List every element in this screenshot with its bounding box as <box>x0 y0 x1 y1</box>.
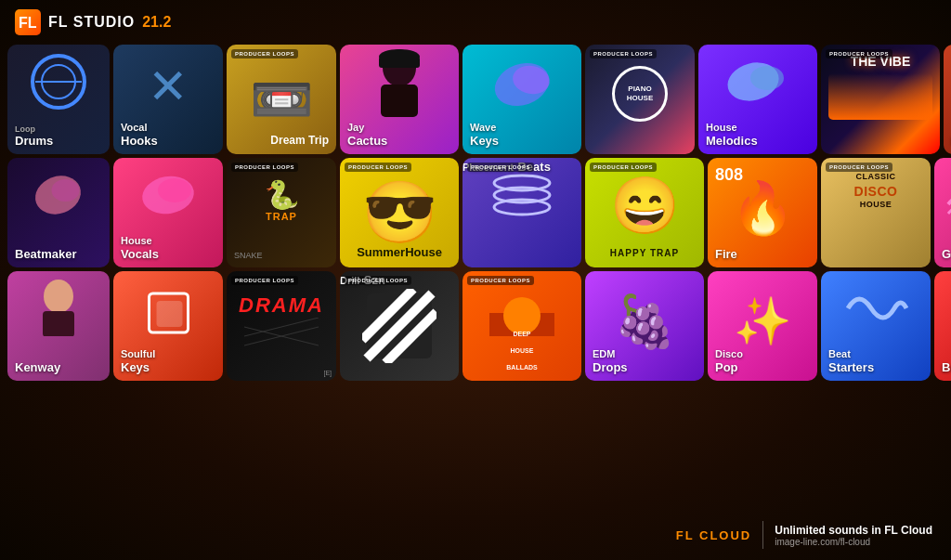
beat-starters-wave <box>843 280 908 336</box>
producer-badge: PRODUCER LOOPS <box>231 49 298 59</box>
drops-label: Drops <box>593 360 697 375</box>
card-pop-g[interactable]: Pop G <box>934 158 951 267</box>
drill-stripes <box>362 289 436 363</box>
disco-label: Disco <box>715 348 810 360</box>
pop-waves <box>944 186 951 223</box>
vibe-city <box>828 73 932 120</box>
card-placement-beats[interactable]: PRODUCER LOOPS Placement Beats <box>462 158 581 267</box>
footer-tagline: Unlimited sounds in FL Cloud <box>775 524 932 537</box>
svg-point-20 <box>44 280 73 313</box>
svg-rect-8 <box>379 57 420 68</box>
producer-badge-2: PRODUCER LOOPS <box>590 49 657 59</box>
tape-icon: 📼 <box>250 70 314 130</box>
producer-badge-10: PRODUCER LOOPS <box>345 276 411 285</box>
producer-badge-6: PRODUCER LOOPS <box>467 163 534 172</box>
melodics-label: Melodics <box>706 134 810 149</box>
vocals-label: Vocals <box>121 247 215 262</box>
packs-grid: Loop Drums ✕ Vocal Hooks PRODUCER LOOPS … <box>0 45 951 381</box>
jay-label: Jay <box>347 122 451 134</box>
producer-badge-11: PRODUCER LOOPS <box>467 276 534 285</box>
loop-label: Loop <box>15 124 102 135</box>
card-disco-pop[interactable]: ✨ Disco Pop <box>708 271 817 381</box>
fire-label: Fire <box>715 247 810 262</box>
drums-label: Drums <box>15 134 102 149</box>
tape-sublabel: Dream Trip <box>270 134 329 147</box>
house-vocals-blob <box>136 167 201 223</box>
springs-icon <box>489 169 554 225</box>
card-drill-szn[interactable]: PRODUCER LOOPS Drill Szn <box>340 271 459 381</box>
svg-point-14 <box>52 179 80 202</box>
card-loop-drums[interactable]: Loop Drums <box>7 45 110 154</box>
card-cactus-jay[interactable]: Jay Cactus <box>340 45 459 154</box>
loop-drums-icon <box>26 49 91 114</box>
header: FL FL STUDIO 21.2 <box>0 0 951 45</box>
kenway-label: Kenway <box>15 360 102 375</box>
disco-pop-label: Pop <box>715 360 810 375</box>
producer-badge-7: PRODUCER LOOPS <box>590 163 657 172</box>
producer-badge-9: PRODUCER LOOPS <box>231 276 298 285</box>
card-piano-house[interactable]: PRODUCER LOOPS PIANOHOUSE <box>585 45 695 154</box>
piano-circle: PIANOHOUSE <box>612 66 668 122</box>
classic-house-text: CLASSICDISCOHOUSE <box>829 172 922 211</box>
house-label: House <box>706 122 810 134</box>
wave-keys-blob <box>485 52 559 117</box>
card-808-fire[interactable]: 808 🔥 Fire <box>708 158 817 267</box>
producer-badge-4: PRODUCER LOOPS <box>231 163 298 172</box>
svg-rect-23 <box>157 301 183 327</box>
fl-logo: FL FL STUDIO 21.2 <box>15 9 171 35</box>
fl-cloud-brand: FL CLOUD <box>676 528 751 542</box>
card-deep-house[interactable]: PRODUCER LOOPS DEEPHOUSEBALLADS <box>462 271 581 381</box>
svg-point-12 <box>750 66 784 90</box>
card-edm-drops[interactable]: 🍇 EDM Drops <box>585 271 704 381</box>
card-happy-trap[interactable]: PRODUCER LOOPS 😄 HAPPY TRAP <box>585 158 704 267</box>
app-version: 21.2 <box>142 14 171 31</box>
card-house-melodics[interactable]: House Melodics <box>698 45 817 154</box>
disco-stars: ✨ <box>734 294 791 348</box>
house-melodics-blob <box>721 52 795 112</box>
card-wave-keys[interactable]: Wave Keys <box>462 45 581 154</box>
app-name: FL STUDIO <box>48 14 135 31</box>
card-kenway[interactable]: Kenway <box>7 271 110 381</box>
happy-trap-label: HAPPY TRAP <box>610 248 679 258</box>
card-house-vocals[interactable]: House Vocals <box>113 158 223 267</box>
vocal-label: Vocal <box>121 122 215 134</box>
snake-sublabel: SNAKE <box>234 251 263 260</box>
sunglasses-icon: 😎 <box>362 177 437 248</box>
card-emotion[interactable]: 🧊 Emoti <box>944 45 951 154</box>
svg-rect-6 <box>381 85 418 117</box>
card-classic-house[interactable]: PRODUCER LOOPS CLASSICDISCOHOUSE <box>821 158 931 267</box>
svg-rect-21 <box>43 311 74 336</box>
fl-logo-icon: FL <box>15 9 41 35</box>
edm-label: EDM <box>593 348 697 360</box>
snake-trap-art: 🐍 TRAP <box>265 178 299 222</box>
producer-badge-8: PRODUCER LOOPS <box>826 163 892 172</box>
footer-info: Unlimited sounds in FL Cloud image-line.… <box>775 524 932 547</box>
deep-house-label: DEEPHOUSEBALLADS <box>506 331 537 371</box>
card-vocal-hooks[interactable]: ✕ Vocal Hooks <box>113 45 223 154</box>
card-the-vibe[interactable]: PRODUCER LOOPS THE VIBE <box>821 45 940 154</box>
card-snake-trap[interactable]: PRODUCER LOOPS 🐍 TRAP SNAKE <box>227 158 336 267</box>
happy-trap-smiley: 😄 <box>610 173 680 239</box>
producer-badge-5: PRODUCER LOOPS <box>345 163 411 172</box>
card-soulful-keys[interactable]: Soulful Keys <box>113 271 223 381</box>
card-beatmaker[interactable]: Beatmaker <box>7 158 110 267</box>
edm-grapes: 🍇 <box>613 292 677 352</box>
starters-label: Starters <box>828 360 923 375</box>
fire-icon: 🔥 <box>731 178 795 239</box>
card-drama[interactable]: PRODUCER LOOPS DRAMA [E] <box>227 271 336 381</box>
hooks-label: Hooks <box>121 134 215 149</box>
row-2: Beatmaker House Vocals PRODUCER LOOPS 🐍 … <box>7 158 944 267</box>
drama-art: DRAMA <box>239 293 324 358</box>
footer-url: image-line.com/fl-cloud <box>775 537 932 547</box>
card-hooks-tape[interactable]: PRODUCER LOOPS 📼 Dream Trip <box>227 45 336 154</box>
card-summerhouse[interactable]: PRODUCER LOOPS 😎 SummerHouse <box>340 158 459 267</box>
card-beat-starters[interactable]: Beat Starters <box>821 271 931 381</box>
card-beat-last[interactable]: 🎵 Beat <box>934 271 951 381</box>
beatmaker-blob <box>29 167 89 223</box>
house-vocals-top: House <box>121 235 215 247</box>
cactus-label: Cactus <box>347 134 451 149</box>
kenway-person <box>26 276 91 336</box>
soulful-cube <box>138 282 199 338</box>
row-1: Loop Drums ✕ Vocal Hooks PRODUCER LOOPS … <box>7 45 944 154</box>
row-3: Kenway Soulful Keys PRODUCER LOOPS <box>7 271 944 381</box>
